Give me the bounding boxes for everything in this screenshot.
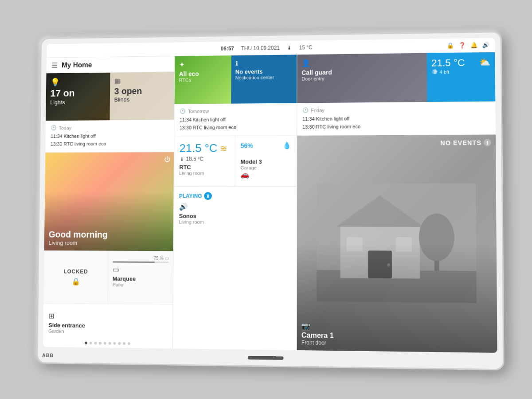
schedule-today[interactable]: 🕐 Today 11:34 Kitchen light off 13:30 RT… — [45, 120, 174, 153]
tomorrow-item1: 11:34 Kitchen light off — [180, 115, 291, 124]
morning-content: ⏻ Good morning Living room — [44, 152, 174, 251]
tile-marquee[interactable]: 75 % ▭ ▭ Marquee Patio — [108, 251, 173, 304]
dot-10[interactable] — [128, 342, 130, 345]
weather-icon: ⛅ — [479, 57, 491, 67]
bell-icon[interactable]: 🔔 — [470, 42, 478, 48]
dot-3[interactable] — [94, 342, 97, 344]
schedule-tomorrow-header: 🕐 Tomorrow — [180, 108, 291, 114]
home-button[interactable] — [248, 356, 283, 360]
clock-friday-icon: 🕐 — [302, 107, 309, 113]
climate-sub-temp: 🌡 18.5 °C — [180, 156, 230, 162]
status-icons: 🔒 ❓ 🔔 🔊 — [446, 42, 489, 49]
side-entrance-location: Garden — [48, 329, 167, 335]
schedule-friday[interactable]: 🕐 Friday 11:34 Kitchen light off 13:30 R… — [297, 102, 496, 136]
side-entrance-icon: ⊞ — [48, 312, 167, 321]
status-temp: 15 °C — [299, 44, 313, 51]
panel-title: My Home — [62, 61, 92, 69]
camera-content: 📷 Camera 1 Front door — [297, 317, 497, 353]
locked-status: LOCKED — [64, 269, 88, 275]
panel-header: ☰ My Home — [47, 56, 175, 74]
left-panel: ☰ My Home 💡 17 on Lights — [43, 56, 175, 348]
tile-blinds[interactable]: ▦ 3 open Blinds — [110, 72, 174, 120]
clock-icon: 🕐 — [51, 125, 57, 131]
tile-locked[interactable]: LOCKED 🔒 — [43, 250, 108, 304]
lock-icon[interactable]: 🔒 — [446, 42, 454, 49]
middle-panel: ✦ All eco RTCs ℹ No events Notification … — [173, 55, 297, 350]
morning-title: Good morning — [49, 230, 169, 240]
dot-2[interactable] — [90, 342, 92, 344]
camera-tile[interactable]: NO EVENTS ℹ 📷 Camera 1 Front door — [297, 135, 497, 353]
lights-label: Lights — [50, 98, 106, 106]
notification-sub: Notification center — [235, 74, 292, 80]
climate-heat-icon: ≋ — [220, 143, 227, 154]
screen: 06:57 THU 10.09.2021 🌡 15 °C 🔒 ❓ 🔔 🔊 ☰ M… — [43, 38, 497, 353]
morning-power-icon[interactable]: ⏻ — [164, 156, 170, 163]
volume-icon[interactable]: 🔊 — [482, 42, 489, 48]
lights-content: 💡 17 on Lights — [46, 73, 110, 110]
marquee-name: Marquee — [113, 275, 168, 282]
side-entrance-tile[interactable]: ⊞ Side entrance Garden — [43, 303, 172, 340]
climate-temp-main: 21.5 °C — [180, 141, 218, 155]
help-icon[interactable]: ❓ — [458, 42, 466, 48]
marquee-icon: ▭ — [113, 265, 168, 274]
lights-icon: 💡 — [51, 77, 106, 87]
dot-4[interactable] — [99, 342, 102, 344]
weather-wind: 💨 4 bft — [431, 69, 465, 75]
schedule-tomorrow[interactable]: 🕐 Tomorrow 11:34 Kitchen light off 13:30… — [174, 103, 297, 136]
marquee-progress-bar-track — [113, 261, 168, 263]
schedule-today-header: 🕐 Today — [51, 124, 168, 130]
tile-weather[interactable]: 21.5 °C 💨 4 bft ⛅ — [427, 52, 496, 102]
notification-icon: ℹ — [235, 59, 292, 66]
callguard-content: 👤 Call guard Door entry — [297, 53, 427, 86]
top-tiles: 💡 17 on Lights ▦ 3 open Blinds — [46, 72, 174, 121]
sonos-tile[interactable]: PLAYING ⏸ 🔊 Sonos Living room — [173, 186, 297, 350]
schedule-today-item2: 13:30 RTC living room eco — [51, 140, 168, 148]
callguard-icon: 👤 — [301, 58, 422, 67]
main-content: ☰ My Home 💡 17 on Lights — [43, 52, 497, 353]
brand-label: ABB — [42, 352, 54, 358]
dot-6[interactable] — [109, 342, 111, 344]
sonos-pause-icon[interactable]: ⏸ — [204, 192, 212, 200]
device-frame: 06:57 THU 10.09.2021 🌡 15 °C 🔒 ❓ 🔔 🔊 ☰ M… — [36, 31, 505, 370]
garage-name: Model 3 — [241, 158, 292, 165]
dot-8[interactable] — [118, 342, 121, 345]
climate-right[interactable]: 56% 💧 Model 3 Garage 🚗 — [235, 136, 297, 186]
blinds-content: ▦ 3 open Blinds — [110, 72, 174, 107]
climate-name: RTC — [179, 164, 229, 171]
tile-lights[interactable]: 💡 17 on Lights — [46, 73, 110, 121]
lights-count: 17 on — [50, 88, 106, 98]
schedule-today-item1: 11:34 Kitchen light off — [51, 132, 168, 141]
dot-7[interactable] — [113, 342, 116, 344]
morning-subtitle: Living room — [48, 239, 168, 246]
marquee-progress-label: 75 % ▭ — [113, 256, 168, 261]
wind-icon: 💨 — [431, 69, 438, 74]
locked-icon: 🔒 — [71, 277, 80, 286]
morning-card[interactable]: ⏻ Good morning Living room — [44, 152, 174, 251]
notification-title: No events — [235, 68, 292, 75]
camera-no-events: NO EVENTS ℹ — [440, 139, 491, 147]
sonos-speaker-icon: 🔊 — [179, 203, 291, 211]
right-top-tiles: 👤 Call guard Door entry 21.5 °C 💨 4 bf — [297, 52, 495, 103]
tile-callguard[interactable]: 👤 Call guard Door entry — [297, 53, 427, 103]
sonos-name: Sonos — [179, 213, 291, 219]
eco-sub: RTCs — [179, 77, 227, 83]
eco-label: All eco — [179, 70, 227, 78]
tile-notification[interactable]: ℹ No events Notification center — [231, 55, 297, 103]
dot-9[interactable] — [123, 342, 125, 345]
weather-temp: 21.5 °C — [431, 57, 465, 69]
dot-1[interactable] — [85, 342, 87, 344]
clock-tomorrow-icon: 🕐 — [180, 108, 186, 114]
bottom-tiles: LOCKED 🔒 75 % ▭ ▭ Marquee Patio — [43, 250, 173, 304]
climate-left[interactable]: 21.5 °C ≋ 🌡 18.5 °C RTC Living room — [174, 136, 235, 186]
climate-location: Living room — [179, 171, 229, 176]
tile-eco[interactable]: ✦ All eco RTCs — [175, 55, 231, 104]
dot-5[interactable] — [104, 342, 106, 344]
eco-content: ✦ All eco RTCs — [175, 55, 231, 87]
thermo-icon: 🌡 — [180, 156, 185, 162]
friday-item2: 13:30 RTC living room eco — [302, 122, 490, 131]
climate-row: 21.5 °C ≋ 🌡 18.5 °C RTC Living room 56% — [174, 136, 297, 186]
humidity-value: 56% — [241, 142, 253, 149]
marquee-progress-icon: ▭ — [165, 256, 169, 261]
sonos-location: Living room — [179, 219, 291, 225]
menu-icon[interactable]: ☰ — [51, 61, 58, 70]
